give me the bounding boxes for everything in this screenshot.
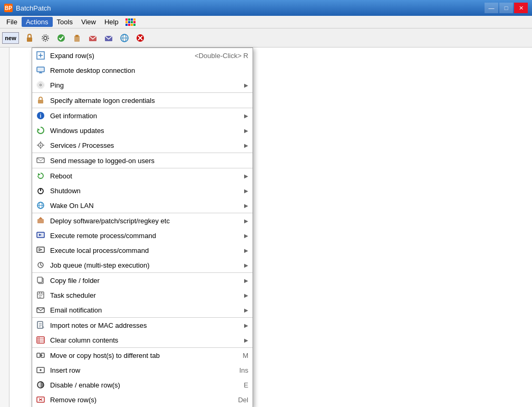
svg-rect-0 bbox=[125, 18, 128, 21]
remote-desktop-label: Remote desktop connection bbox=[50, 67, 248, 74]
toolbar-settings-button[interactable] bbox=[38, 31, 53, 45]
copy-file-label: Copy file / folder bbox=[50, 277, 240, 285]
shutdown-label: Shutdown bbox=[50, 187, 240, 195]
menu-item-job-queue[interactable]: Job queue (multi-step execution) ▶ bbox=[32, 258, 253, 272]
svg-rect-81 bbox=[37, 353, 40, 357]
reboot-icon bbox=[35, 171, 46, 181]
svg-rect-64 bbox=[37, 277, 42, 282]
svg-rect-2 bbox=[131, 18, 133, 21]
insert-row-shortcut: Ins bbox=[239, 366, 248, 374]
job-queue-label: Job queue (multi-step execution) bbox=[50, 261, 240, 269]
toolbar-cancel-button[interactable] bbox=[133, 31, 148, 45]
web-icon bbox=[120, 33, 129, 43]
menu-item-remote-desktop[interactable]: Remote desktop connection bbox=[32, 63, 253, 78]
send-message-label: Send message to logged-on users bbox=[50, 157, 248, 165]
menu-bar: File Actions Tools View Help bbox=[0, 16, 532, 29]
menu-item-reboot[interactable]: Reboot ▶ bbox=[32, 168, 253, 183]
menu-item-import-notes[interactable]: Import notes or MAC addresses ▶ bbox=[32, 317, 253, 333]
menu-item-credentials[interactable]: Specify alternate logon credentials bbox=[32, 92, 253, 108]
insert-row-label: Insert row bbox=[50, 366, 239, 374]
gear-icon bbox=[41, 33, 50, 43]
toolbar-clipboard-button[interactable] bbox=[70, 31, 84, 45]
job-queue-icon bbox=[35, 260, 46, 270]
svg-rect-1 bbox=[128, 18, 130, 21]
close-button[interactable]: ✕ bbox=[514, 3, 528, 13]
menu-item-services-processes[interactable]: Services / Processes ▶ bbox=[32, 138, 253, 153]
email-notify-label: Email notification bbox=[50, 306, 240, 314]
svg-marker-76 bbox=[43, 326, 44, 329]
menu-item-windows-updates[interactable]: Windows updates ▶ bbox=[32, 123, 253, 138]
maximize-button[interactable]: □ bbox=[499, 3, 513, 13]
menu-item-task-scheduler[interactable]: Task scheduler ▶ bbox=[32, 288, 253, 302]
actions-dropdown-menu: Expand row(s) <Double-Click> R Remote de… bbox=[32, 48, 253, 407]
svg-point-15 bbox=[57, 34, 65, 42]
menu-item-ping[interactable]: Ping ▶ bbox=[32, 78, 253, 92]
menu-item-deploy[interactable]: Deploy software/patch/script/regkey etc … bbox=[32, 213, 253, 228]
disable-enable-icon bbox=[35, 380, 46, 390]
services-arrow: ▶ bbox=[244, 143, 248, 148]
menu-item-send-message[interactable]: Send message to logged-on users bbox=[32, 153, 253, 168]
menu-item-wol[interactable]: Wake On LAN ▶ bbox=[32, 198, 253, 213]
menu-view[interactable]: View bbox=[77, 17, 100, 27]
menu-tools[interactable]: Tools bbox=[53, 17, 77, 27]
svg-point-41 bbox=[40, 145, 42, 146]
menu-item-get-info[interactable]: i Get information ▶ bbox=[32, 108, 253, 123]
cancel-icon bbox=[136, 33, 145, 43]
menu-item-remove-rows[interactable]: Remove row(s) Del bbox=[32, 392, 253, 407]
credentials-label: Specify alternate logon credentials bbox=[50, 97, 248, 105]
menu-help[interactable]: Help bbox=[100, 17, 123, 27]
menu-item-copy-file[interactable]: Copy file / folder ▶ bbox=[32, 272, 253, 288]
menu-item-email-notify[interactable]: Email notification ▶ bbox=[32, 302, 253, 317]
minimize-button[interactable]: — bbox=[485, 3, 498, 13]
insert-row-icon bbox=[35, 365, 46, 375]
menu-item-clear-column[interactable]: Clear column contents ▶ bbox=[32, 333, 253, 347]
toolbar-check-button[interactable] bbox=[54, 31, 69, 45]
windows-updates-icon bbox=[35, 125, 46, 136]
menu-item-move-copy[interactable]: Move or copy host(s) to different tab M bbox=[32, 347, 253, 363]
remote-desktop-icon bbox=[35, 65, 46, 75]
menu-item-exec-local[interactable]: Execute local process/command ▶ bbox=[32, 243, 253, 258]
svg-rect-12 bbox=[27, 37, 32, 42]
svg-rect-6 bbox=[131, 21, 133, 23]
menu-item-exec-remote[interactable]: Execute remote process/command ▶ bbox=[32, 228, 253, 243]
task-scheduler-icon bbox=[35, 290, 46, 300]
menu-item-shutdown[interactable]: Shutdown ▶ bbox=[32, 183, 253, 198]
svg-rect-36 bbox=[38, 100, 43, 103]
wol-icon bbox=[35, 200, 46, 211]
expand-icon bbox=[35, 50, 46, 61]
menu-item-expand[interactable]: Expand row(s) <Double-Click> R bbox=[32, 48, 253, 63]
svg-rect-11 bbox=[133, 24, 136, 26]
menu-item-insert-row[interactable]: Insert row Ins bbox=[32, 363, 253, 377]
svg-rect-9 bbox=[128, 24, 130, 26]
remove-rows-shortcut: Del bbox=[238, 396, 248, 404]
expand-label: Expand row(s) bbox=[50, 52, 195, 60]
toolbar-email1-button[interactable] bbox=[85, 31, 100, 45]
get-info-icon: i bbox=[35, 110, 46, 121]
expand-shortcut: <Double-Click> R bbox=[195, 52, 248, 60]
shutdown-arrow: ▶ bbox=[244, 188, 248, 194]
windows-updates-label: Windows updates bbox=[50, 127, 240, 135]
toolbar-web-button[interactable] bbox=[117, 31, 132, 45]
svg-rect-17 bbox=[75, 35, 79, 37]
send-message-icon bbox=[35, 155, 46, 166]
exec-remote-icon bbox=[35, 230, 46, 241]
toolbar: new bbox=[0, 29, 532, 48]
exec-local-label: Execute local process/command bbox=[50, 247, 240, 254]
credentials-icon bbox=[35, 95, 46, 106]
clear-column-label: Clear column contents bbox=[50, 336, 240, 344]
task-scheduler-label: Task scheduler bbox=[50, 291, 240, 299]
toolbar-email2-button[interactable] bbox=[101, 31, 116, 45]
svg-point-14 bbox=[42, 35, 49, 41]
import-notes-icon bbox=[35, 320, 46, 330]
toolbar-lock-button[interactable] bbox=[22, 31, 37, 45]
check-icon bbox=[56, 33, 66, 43]
move-copy-shortcut: M bbox=[243, 352, 248, 359]
menu-actions[interactable]: Actions bbox=[22, 17, 53, 27]
content-area: Expand row(s) <Double-Click> R Remote de… bbox=[9, 48, 532, 407]
new-button[interactable]: new bbox=[2, 32, 19, 44]
menu-item-disable-enable[interactable]: Disable / enable row(s) E bbox=[32, 377, 253, 392]
menu-file[interactable]: File bbox=[2, 17, 22, 27]
import-notes-label: Import notes or MAC addresses bbox=[50, 321, 240, 329]
window-controls: — □ ✕ bbox=[485, 3, 528, 13]
get-info-label: Get information bbox=[50, 112, 240, 120]
